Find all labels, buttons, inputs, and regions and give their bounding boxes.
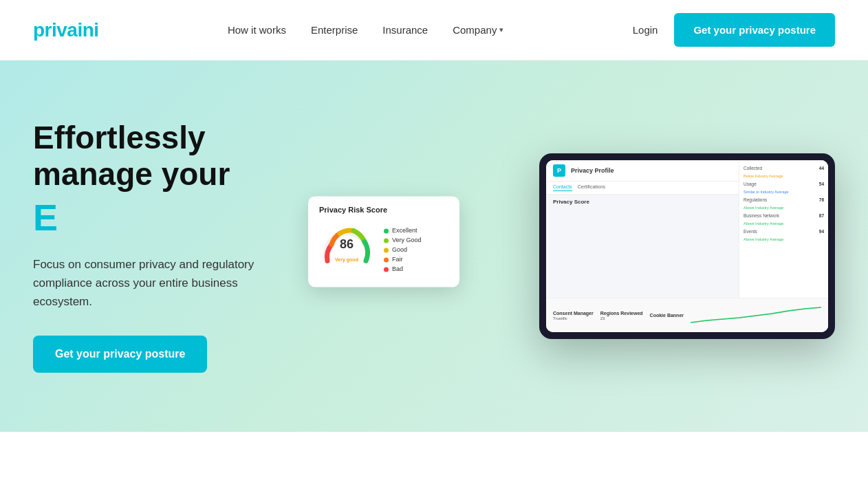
stat-business-network-tag: Above Industry Average — [744, 221, 824, 226]
hero-right-visual: Privacy Risk Score — [322, 153, 835, 339]
legend-dot-good — [384, 248, 389, 252]
hero-description: Focus on consumer privacy and regulatory… — [33, 255, 294, 312]
bottom-consent-manager: Consent Manager Trustific — [553, 311, 594, 320]
risk-card-title: Privacy Risk Score — [319, 206, 448, 214]
below-hero-section — [0, 432, 868, 487]
nav-enterprise[interactable]: Enterprise — [311, 24, 358, 36]
brand-logo[interactable]: privaini — [33, 19, 99, 41]
legend-good: Good — [384, 246, 422, 253]
nav-links: How it works Enterprise Insurance Compan… — [228, 24, 503, 36]
stat-events-tag: Above Industry Average — [744, 237, 824, 241]
dashboard-tab-certifications[interactable]: Certifications — [578, 184, 605, 191]
dashboard-tablet: P Privacy Profile ACME CORP Contacts Cer… — [539, 153, 835, 339]
stat-collected: Collected 44 — [744, 166, 824, 171]
stat-regulations: Regulations 76 — [744, 197, 824, 202]
gauge-score: 86 — [335, 237, 358, 252]
mini-line-chart — [691, 305, 821, 326]
legend-dot-bad — [384, 267, 389, 272]
nav-cta-button[interactable]: Get your privacy posture — [674, 13, 835, 47]
risk-legend: Excellent Very Good Good Fair — [384, 227, 422, 272]
dashboard-title: Privacy Profile — [571, 167, 614, 174]
legend-dot-very-good — [384, 238, 389, 243]
gauge-label: Very good — [335, 257, 358, 262]
legend-excellent: Excellent — [384, 227, 422, 234]
bottom-cookie-banner: Cookie Banner — [650, 313, 684, 318]
dashboard-logo: P — [553, 164, 565, 177]
dashboard-tab-contacts[interactable]: Contacts — [553, 184, 572, 191]
risk-card-body: 86 Very good Excellent Very Good — [319, 222, 448, 277]
stat-regulations-tag: Above Industry Average — [744, 206, 824, 210]
navigation: privaini How it works Enterprise Insuran… — [0, 0, 868, 61]
dashboard-header-left: P Privacy Profile — [553, 164, 614, 177]
hero-section: Effortlessly manage your E Focus on cons… — [0, 61, 868, 432]
hero-left-content: Effortlessly manage your E Focus on cons… — [33, 120, 322, 373]
nav-company[interactable]: Company ▾ — [453, 24, 503, 36]
legend-fair: Fair — [384, 256, 422, 263]
risk-score-card: Privacy Risk Score — [308, 196, 459, 287]
hero-animated-letter: E — [33, 197, 322, 238]
stat-usage: Usage 54 — [744, 182, 824, 186]
login-link[interactable]: Login — [633, 24, 658, 36]
stat-events: Events 94 — [744, 229, 824, 234]
legend-dot-fair — [384, 257, 389, 262]
stat-usage-tag: Similar to Industry Average — [744, 190, 824, 194]
legend-bad: Bad — [384, 265, 422, 272]
nav-insurance[interactable]: Insurance — [382, 24, 428, 36]
hero-cta-button[interactable]: Get your privacy posture — [33, 336, 207, 373]
dashboard-bottom: Consent Manager Trustific Regions Review… — [546, 298, 828, 332]
chevron-down-icon: ▾ — [499, 25, 503, 34]
hero-heading: Effortlessly manage your — [33, 120, 322, 193]
bottom-regions-reviewed: Regions Reviewed 23 — [600, 311, 643, 320]
mini-chart-svg — [691, 305, 821, 326]
gauge-text: 86 Very good — [335, 237, 358, 264]
stat-collected-tag: Below Industry Average — [744, 174, 824, 178]
stat-business-network: Business Network 87 — [744, 213, 824, 218]
legend-very-good: Very Good — [384, 237, 422, 243]
gauge-chart: 86 Very good — [319, 222, 374, 277]
tablet-screen: P Privacy Profile ACME CORP Contacts Cer… — [546, 160, 828, 332]
nav-how-it-works[interactable]: How it works — [228, 24, 286, 36]
nav-right: Login Get your privacy posture — [633, 13, 835, 47]
legend-dot-excellent — [384, 228, 389, 233]
